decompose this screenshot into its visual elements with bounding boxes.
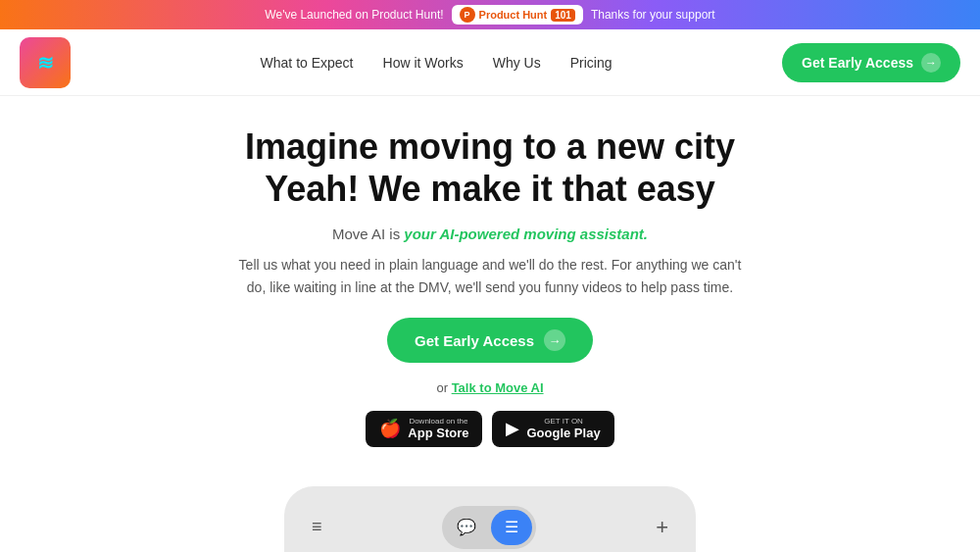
google-play-big: Google Play xyxy=(526,426,600,441)
hero-cta-label: Get Early Access xyxy=(415,332,534,349)
banner-thanks: Thanks for your support xyxy=(591,8,715,22)
hero-heading-line2: Yeah! We make it that easy xyxy=(265,169,715,209)
product-hunt-badge[interactable]: P Product Hunt 101 xyxy=(452,5,583,25)
google-play-icon: ▶ xyxy=(506,418,519,439)
subtitle-highlight: your AI-powered moving assistant. xyxy=(404,226,648,242)
logo-icon: ≋ xyxy=(37,51,53,75)
phone-mockup: ≡ 💬 ☰ + Aug 25 - Aug 31 Premier Moving S… xyxy=(284,486,696,552)
phone-toolbar: ≡ 💬 ☰ + xyxy=(304,506,676,549)
plus-icon[interactable]: + xyxy=(656,515,668,540)
talk-to-move-ai-link[interactable]: Talk to Move AI xyxy=(452,380,544,395)
nav-links: What to Expect How it Works Why Us Prici… xyxy=(90,55,782,71)
app-store-big: App Store xyxy=(408,426,468,441)
banner-text: We've Launched on Product Hunt! xyxy=(265,8,443,22)
chat-tab[interactable]: 💬 xyxy=(446,510,487,545)
hero-subtitle: Move AI is your AI-powered moving assist… xyxy=(20,226,960,242)
menu-icon[interactable]: ≡ xyxy=(312,517,322,537)
app-store-badge[interactable]: 🍎 Download on the App Store xyxy=(366,411,482,447)
list-tab[interactable]: ☰ xyxy=(491,510,532,545)
google-play-small: GET IT ON xyxy=(526,417,600,426)
nav-cta-button[interactable]: Get Early Access → xyxy=(782,43,960,82)
app-store-small: Download on the xyxy=(408,417,468,426)
nav-how-it-works[interactable]: How it Works xyxy=(383,55,464,71)
ph-icon: P xyxy=(460,7,475,23)
hero-heading: Imagine moving to a new city Yeah! We ma… xyxy=(20,125,960,210)
hero-description: Tell us what you need in plain language … xyxy=(235,254,745,298)
phone-container: ≡ 💬 ☰ + Aug 25 - Aug 31 Premier Moving S… xyxy=(0,486,980,552)
nav-cta-label: Get Early Access xyxy=(802,55,913,71)
navbar: ≋ What to Expect How it Works Why Us Pri… xyxy=(0,29,980,96)
apple-icon: 🍎 xyxy=(379,418,401,439)
or-text: or xyxy=(436,380,448,395)
hero-heading-line1: Imagine moving to a new city xyxy=(245,126,735,167)
google-play-badge[interactable]: ▶ GET IT ON Google Play xyxy=(492,411,613,447)
nav-what-to-expect[interactable]: What to Expect xyxy=(261,55,354,71)
subtitle-plain: Move AI is xyxy=(332,226,404,242)
top-banner: We've Launched on Product Hunt! P Produc… xyxy=(0,0,980,29)
ph-count: 101 xyxy=(551,9,575,22)
store-badges: 🍎 Download on the App Store ▶ GET IT ON … xyxy=(20,411,960,447)
nav-cta-arrow: → xyxy=(921,53,941,73)
hero-cta-button[interactable]: Get Early Access → xyxy=(387,318,593,363)
hero-section: Imagine moving to a new city Yeah! We ma… xyxy=(0,96,980,486)
nav-why-us[interactable]: Why Us xyxy=(493,55,541,71)
toolbar-tabs: 💬 ☰ xyxy=(442,506,536,549)
nav-pricing[interactable]: Pricing xyxy=(570,55,612,71)
logo[interactable]: ≋ xyxy=(20,37,71,88)
ph-badge-label: Product Hunt xyxy=(479,9,548,21)
hero-cta-arrow: → xyxy=(544,329,565,351)
hero-or-text: or Talk to Move AI xyxy=(20,380,960,395)
